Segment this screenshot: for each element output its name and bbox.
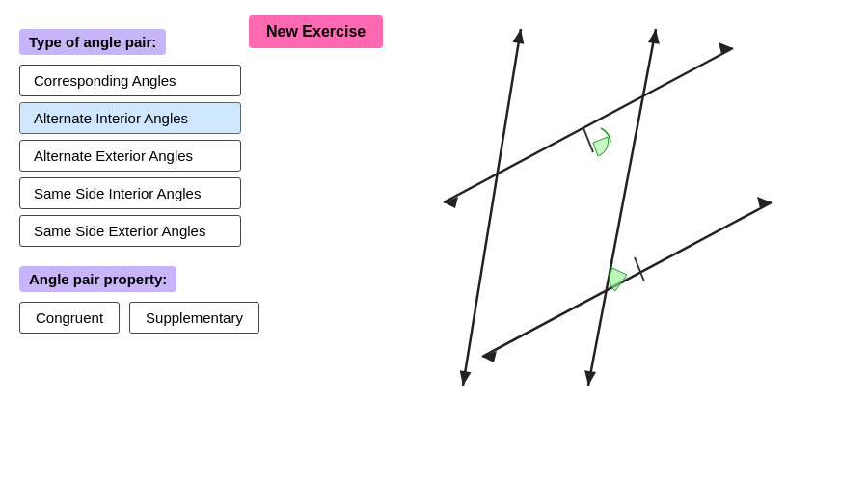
svg-line-3 — [588, 29, 656, 386]
angle-type-btn-same-side-interior[interactable]: Same Side Interior Angles — [19, 177, 241, 209]
angle-type-btn-corresponding[interactable]: Corresponding Angles — [19, 65, 241, 96]
type-section-label: Type of angle pair: — [19, 29, 166, 55]
svg-line-9 — [482, 202, 772, 357]
svg-line-0 — [463, 29, 521, 386]
svg-line-13 — [635, 257, 644, 281]
property-btn-supplementary[interactable]: Supplementary — [129, 302, 259, 334]
angle-type-btn-same-side-exterior[interactable]: Same Side Exterior Angles — [19, 215, 241, 247]
angle-type-btn-alternate-exterior[interactable]: Alternate Exterior Angles — [19, 140, 241, 172]
left-panel: Type of angle pair: Corresponding Angles… — [19, 29, 280, 334]
angle-types-list: Corresponding AnglesAlternate Interior A… — [19, 65, 280, 247]
svg-line-6 — [444, 48, 733, 202]
geometry-diagram — [405, 0, 868, 482]
property-section-label: Angle pair property: — [19, 266, 176, 292]
svg-line-12 — [583, 128, 593, 152]
property-buttons: CongruentSupplementary — [19, 302, 280, 334]
property-btn-congruent[interactable]: Congruent — [19, 302, 120, 334]
angle-type-btn-alternate-interior[interactable]: Alternate Interior Angles — [19, 102, 241, 134]
